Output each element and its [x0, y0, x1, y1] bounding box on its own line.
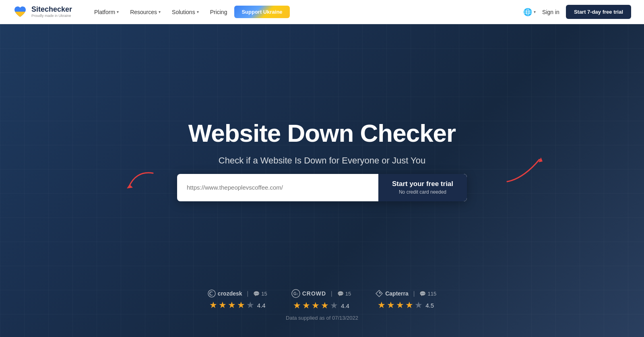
url-input[interactable] [177, 174, 378, 201]
crozdesk-stars: ★ ★ ★ ★ ★ 4.4 [209, 300, 266, 310]
nav-platform[interactable]: Platform ▾ [90, 6, 123, 18]
crozdesk-label: crozdesk [218, 290, 242, 297]
capterra-stars: ★ ★ ★ ★ ★ 4.5 [378, 300, 434, 310]
nav-solutions[interactable]: Solutions ▾ [168, 6, 203, 18]
hero-section: Website Down Checker Check if a Website … [0, 24, 644, 337]
search-bar: Start your free trial No credit card nee… [177, 174, 467, 201]
g2crowd-stars: ★ ★ ★ ★ ★ 4.4 [293, 300, 349, 311]
cta-sub-label: No credit card needed [399, 189, 446, 195]
svg-text:G: G [293, 292, 297, 296]
cta-main-label: Start your free trial [392, 180, 453, 188]
capterra-reviews: 💬 115 [419, 291, 436, 297]
arrow-left [113, 165, 161, 199]
nav-pricing[interactable]: Pricing [206, 6, 231, 18]
start-free-trial-button[interactable]: Start your free trial No credit card nee… [378, 174, 467, 201]
nav-resources[interactable]: Resources ▾ [126, 6, 165, 18]
g2crowd-rating: G 2 CROWD | 💬 15 ★ ★ ★ ★ [291, 289, 351, 311]
svg-point-3 [208, 290, 215, 297]
hero-subtitle: Check if a Website Is Down for Everyone … [219, 155, 425, 166]
crozdesk-reviews: 💬 15 [253, 291, 267, 297]
data-date: Data supplied as of 07/13/2022 [286, 315, 358, 321]
support-ukraine-button[interactable]: Support Ukraine [234, 6, 289, 18]
capterra-rating: Capterra | 💬 115 ★ ★ ★ ★ ★ 4.5 [375, 289, 436, 310]
start-trial-button[interactable]: Start 7-day free trial [566, 5, 631, 19]
capterra-label: Capterra [385, 290, 409, 297]
logo-name: Sitechecker [31, 6, 72, 14]
hero-title: Website Down Checker [188, 120, 456, 147]
crozdesk-icon [208, 289, 216, 298]
arrow-right [499, 149, 555, 191]
globe-icon: 🌐 [523, 8, 532, 17]
logo-tagline: Proudly made in Ukraine [31, 14, 72, 18]
chevron-down-icon: ▾ [197, 10, 199, 14]
navbar: Sitechecker Proudly made in Ukraine Plat… [0, 0, 644, 24]
language-selector[interactable]: 🌐 ▾ [523, 8, 536, 17]
svg-marker-1 [127, 184, 133, 188]
crozdesk-brand: crozdesk | 💬 15 [208, 289, 267, 298]
chevron-down-icon: ▾ [534, 10, 536, 14]
svg-text:2: 2 [297, 293, 298, 296]
g2crowd-brand: G 2 CROWD | 💬 15 [291, 289, 351, 298]
g2crowd-label: CROWD [302, 290, 326, 297]
logo[interactable]: Sitechecker Proudly made in Ukraine [13, 5, 77, 19]
ratings-row: crozdesk | 💬 15 ★ ★ ★ ★ ★ 4.4 [208, 289, 436, 311]
chevron-down-icon: ▾ [117, 10, 119, 14]
nav-links: Platform ▾ Resources ▾ Solutions ▾ Prici… [90, 6, 510, 18]
hero-content: Website Down Checker Check if a Website … [177, 120, 467, 201]
chevron-down-icon: ▾ [159, 10, 161, 14]
nav-right: 🌐 ▾ Sign in Start 7-day free trial [523, 5, 631, 19]
capterra-brand: Capterra | 💬 115 [375, 289, 436, 298]
svg-rect-0 [14, 12, 26, 17]
sign-in-link[interactable]: Sign in [542, 9, 559, 15]
capterra-icon [375, 289, 383, 298]
crozdesk-rating: crozdesk | 💬 15 ★ ★ ★ ★ ★ 4.4 [208, 289, 267, 310]
logo-icon [13, 5, 27, 19]
g2crowd-reviews: 💬 15 [337, 291, 351, 297]
ratings-section: crozdesk | 💬 15 ★ ★ ★ ★ ★ 4.4 [0, 289, 644, 321]
g2crowd-icon: G 2 [291, 289, 300, 298]
